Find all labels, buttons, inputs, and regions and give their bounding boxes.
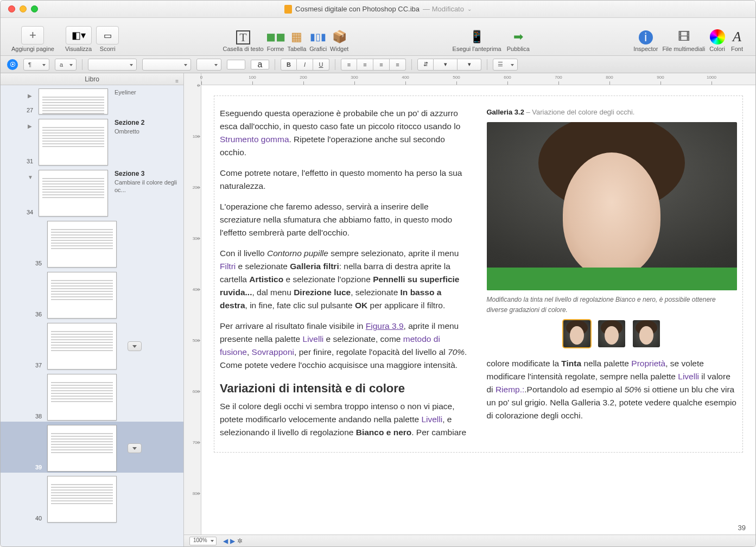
link-proprieta[interactable]: Proprietà — [631, 359, 665, 368]
align-justify-button[interactable]: ≡ — [390, 59, 406, 71]
sidebar-page-27[interactable]: ▶27Eyeliner — [1, 85, 183, 116]
close-icon[interactable] — [8, 5, 15, 12]
chevron-down-icon[interactable]: ⌄ — [467, 6, 472, 12]
text-box-icon[interactable]: T — [236, 30, 250, 44]
window-title: Cosmesi digitale con Photoshop CC.iba — [295, 5, 420, 13]
media-label: File multimediali — [662, 46, 705, 52]
align-center-button[interactable]: ≡ — [357, 59, 373, 71]
italic-button[interactable]: I — [297, 59, 313, 71]
bold-button[interactable]: B — [281, 59, 297, 71]
view-button[interactable]: ◧▾ — [66, 26, 92, 44]
link-livelli-2[interactable]: Livelli — [421, 415, 442, 424]
font-family-select[interactable] — [88, 59, 137, 71]
sidebar-page-34[interactable]: ▼34Sezione 3Cambiare il colore degli oc.… — [1, 167, 183, 218]
heading-variazioni: Variazioni di intensità e di colore — [220, 379, 471, 398]
add-pages-button[interactable]: + — [21, 26, 44, 44]
page-number-label: 35 — [35, 260, 42, 266]
page-number-label: 34 — [27, 209, 33, 215]
font-icon[interactable]: A — [729, 29, 745, 44]
publish-icon[interactable]: ➡︎ — [511, 29, 526, 44]
sidebar-page-38[interactable]: 38 — [1, 371, 183, 422]
link-livelli-3[interactable]: Livelli — [678, 372, 699, 381]
preview-label: Esegui l'anteprima — [453, 46, 501, 52]
canvas[interactable]: Eseguendo questa operazione è probabile … — [201, 85, 755, 535]
media-icon[interactable]: 🎞 — [676, 29, 691, 44]
link-sovrapponi[interactable]: Sovrapponi — [252, 347, 294, 357]
list-style-select[interactable]: ☰ — [493, 59, 518, 71]
sidebar-page-37[interactable]: 37 — [1, 320, 183, 371]
charts-label: Grafici — [309, 46, 327, 52]
gallery-thumb-2[interactable] — [598, 320, 625, 347]
char-style-select[interactable]: a — [55, 59, 77, 71]
colors-icon[interactable] — [710, 29, 725, 44]
sidebar-page-36[interactable]: 36 — [1, 269, 183, 320]
main-toolbar: + Aggiungi pagine ◧▾ Visualizza ▭ Scorri… — [1, 18, 755, 56]
link-riemp[interactable]: Riemp.: — [495, 385, 524, 394]
text-column-right[interactable]: Galleria 3.2 – Variazione del colore deg… — [487, 107, 738, 447]
nav-gear-icon[interactable]: ✲ — [237, 537, 243, 545]
paragraph-style-select[interactable]: ¶ — [23, 59, 49, 71]
gallery-caption: Modificando la tinta nel livello di rego… — [487, 295, 738, 315]
sidebar-page-40[interactable]: 40 — [1, 473, 183, 524]
zoom-select[interactable]: 100% — [189, 537, 217, 545]
line-spacing-select[interactable]: ▾ — [434, 59, 458, 71]
maximize-icon[interactable] — [31, 5, 38, 12]
text-column-left[interactable]: Eseguendo questa operazione è probabile … — [220, 107, 471, 447]
scroll-button[interactable]: ▭ — [96, 26, 119, 44]
font-size-select[interactable] — [196, 59, 221, 71]
page-thumbnail — [39, 170, 108, 217]
align-group: ≡ ≡ ≡ ≡ — [341, 59, 406, 71]
preview-icon[interactable]: 📱 — [469, 29, 485, 44]
link-livelli-1[interactable]: Livelli — [303, 334, 324, 344]
page-number-label: 36 — [35, 311, 42, 317]
page-options-button[interactable] — [128, 443, 142, 453]
disclosure-icon[interactable]: ▼ — [28, 174, 33, 180]
nav-next-icon[interactable]: ▶ — [230, 537, 235, 545]
link-strumento-gomma[interactable]: Strumento gomma — [220, 135, 289, 144]
paragraph-marker-button[interactable]: ⦿ — [7, 59, 18, 70]
add-pages-label: Aggiungi pagine — [11, 46, 54, 52]
scroll-label: Scorri — [100, 46, 116, 52]
align-right-button[interactable]: ≡ — [373, 59, 390, 71]
valign-button[interactable]: ⇵ — [417, 59, 434, 71]
sidebar-page-31[interactable]: ▶31Sezione 2Ombretto — [1, 116, 183, 167]
gallery-thumb-3[interactable] — [633, 320, 660, 347]
widget-icon[interactable]: 📦 — [332, 29, 347, 44]
text-style-group: B I U — [281, 59, 329, 71]
format-bar: ⦿ ¶ a a B I U ≡ ≡ ≡ ≡ ⇵ ▾ ▾ ☰ — [1, 56, 755, 73]
minimize-icon[interactable] — [20, 5, 27, 12]
char-bg-swatch[interactable]: a — [251, 60, 269, 69]
link-filtri[interactable]: Filtri — [220, 262, 236, 271]
vertical-ruler: 0100200300400500600700800 — [184, 73, 201, 546]
section-subtitle: Ombretto — [115, 128, 139, 135]
page-number-label: 40 — [35, 515, 42, 521]
columns-select[interactable]: ▾ — [458, 59, 481, 71]
publish-label: Pubblica — [507, 46, 530, 52]
page-thumbnail — [47, 425, 117, 472]
text-color-swatch[interactable] — [227, 60, 245, 69]
shapes-icon[interactable]: ◼◼ — [268, 29, 283, 44]
page-options-button[interactable] — [128, 341, 142, 351]
modified-indicator[interactable]: — Modificato — [423, 5, 464, 13]
sidebar-page-39[interactable]: 39 — [1, 422, 183, 473]
page-number-label: 27 — [27, 107, 33, 113]
page-thumbnail — [47, 374, 117, 421]
underline-button[interactable]: U — [313, 59, 329, 71]
font-weight-select[interactable] — [142, 59, 191, 71]
disclosure-icon[interactable]: ▶ — [28, 93, 32, 99]
align-left-button[interactable]: ≡ — [341, 59, 357, 71]
page-thumbnail — [47, 476, 117, 523]
document-icon — [284, 5, 292, 14]
gallery-thumb-1[interactable] — [563, 320, 590, 347]
disclosure-icon[interactable]: ▶ — [28, 123, 32, 129]
inspector-icon[interactable]: i — [639, 30, 653, 44]
section-title: Sezione 2 — [115, 119, 144, 126]
sidebar-header: Libro ≡ — [1, 73, 183, 85]
sidebar-page-35[interactable]: 35 — [1, 218, 183, 269]
nav-prev-icon[interactable]: ◀ — [223, 537, 228, 545]
charts-icon[interactable]: ▮▯▮ — [310, 29, 326, 44]
gallery-thumbs — [487, 320, 738, 347]
table-icon[interactable]: ▦ — [289, 29, 304, 44]
link-figura-3-9[interactable]: Figura 3.9 — [366, 321, 404, 330]
gallery-photo[interactable] — [487, 122, 738, 290]
